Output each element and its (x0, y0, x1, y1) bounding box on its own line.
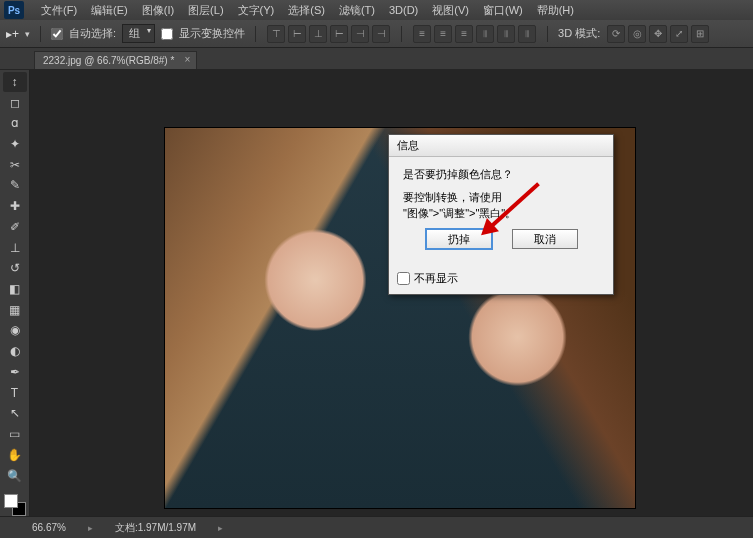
fg-color[interactable] (4, 494, 18, 508)
dropdown-icon[interactable]: ▾ (25, 29, 30, 39)
hand-tool[interactable]: ✋ (3, 445, 27, 465)
dialog-message-2: 要控制转换，请使用 (403, 190, 601, 205)
dont-show-checkbox[interactable] (397, 272, 410, 285)
dist-3-icon[interactable]: ≡ (455, 25, 473, 43)
dist-4-icon[interactable]: ⫴ (476, 25, 494, 43)
cancel-button[interactable]: 取消 (512, 229, 578, 249)
tab-title: 2232.jpg @ 66.7%(RGB/8#) * (43, 55, 174, 66)
mode3d-label: 3D 模式: (558, 26, 600, 41)
document-tabs: 2232.jpg @ 66.7%(RGB/8#) * × (0, 48, 753, 70)
menu-filter[interactable]: 滤镜(T) (332, 3, 382, 18)
menu-image[interactable]: 图像(I) (135, 3, 181, 18)
document-tab[interactable]: 2232.jpg @ 66.7%(RGB/8#) * × (34, 51, 197, 69)
dist-6-icon[interactable]: ⫴ (518, 25, 536, 43)
pen-tool[interactable]: ✒ (3, 362, 27, 382)
3d-2-icon[interactable]: ◎ (628, 25, 646, 43)
brush-tool[interactable]: ✐ (3, 217, 27, 237)
move-tool[interactable]: ↕ (3, 72, 27, 92)
doc-size: 文档:1.97M/1.97M (115, 521, 196, 535)
align-hcenter-icon[interactable]: ⊣ (351, 25, 369, 43)
dist-5-icon[interactable]: ⫴ (497, 25, 515, 43)
dialog-message-3: "图像">"调整">"黑白"。 (403, 206, 601, 221)
dodge-tool[interactable]: ◐ (3, 341, 27, 361)
menu-help[interactable]: 帮助(H) (530, 3, 581, 18)
options-bar: ▸+ ▾ 自动选择: 组 ▾ 显示变换控件 ⊤ ⊢ ⊥ ⊢ ⊣ ⊣ ≡ ≡ ≡ … (0, 20, 753, 48)
blur-tool[interactable]: ◉ (3, 321, 27, 341)
align-buttons: ⊤ ⊢ ⊥ ⊢ ⊣ ⊣ (266, 25, 391, 43)
distribute-buttons: ≡ ≡ ≡ ⫴ ⫴ ⫴ (412, 25, 537, 43)
app-logo: Ps (4, 1, 24, 19)
status-bar: 66.67% ▸ 文档:1.97M/1.97M ▸ (0, 516, 753, 538)
3d-5-icon[interactable]: ⊞ (691, 25, 709, 43)
zoom-tool[interactable]: 🔍 (3, 466, 27, 486)
dont-show-label: 不再显示 (414, 271, 458, 286)
zoom-level[interactable]: 66.67% (32, 522, 66, 533)
marquee-tool[interactable]: ◻ (3, 93, 27, 113)
gradient-tool[interactable]: ▦ (3, 300, 27, 320)
menu-file[interactable]: 文件(F) (34, 3, 84, 18)
align-left-icon[interactable]: ⊢ (330, 25, 348, 43)
path-tool[interactable]: ↖ (3, 404, 27, 424)
auto-select-checkbox[interactable] (51, 28, 63, 40)
align-right-icon[interactable]: ⊣ (372, 25, 390, 43)
close-icon[interactable]: × (185, 54, 191, 65)
ok-button[interactable]: 扔掉 (426, 229, 492, 249)
dist-2-icon[interactable]: ≡ (434, 25, 452, 43)
stamp-tool[interactable]: ⊥ (3, 238, 27, 258)
color-swatch[interactable] (4, 494, 26, 516)
mode3d-buttons: ⟳ ◎ ✥ ⤢ ⊞ (606, 25, 710, 43)
dialog-title: 信息 (389, 135, 613, 157)
3d-1-icon[interactable]: ⟳ (607, 25, 625, 43)
wand-tool[interactable]: ✦ (3, 134, 27, 154)
type-tool[interactable]: T (3, 383, 27, 403)
show-transform-label: 显示变换控件 (179, 26, 245, 41)
eyedropper-tool[interactable]: ✎ (3, 176, 27, 196)
auto-select-label: 自动选择: (69, 26, 116, 41)
show-transform-checkbox[interactable] (161, 28, 173, 40)
crop-tool[interactable]: ✂ (3, 155, 27, 175)
zoom-arrow-icon[interactable]: ▸ (88, 523, 93, 533)
menu-bar: Ps 文件(F) 编辑(E) 图像(I) 图层(L) 文字(Y) 选择(S) 滤… (0, 0, 753, 20)
info-dialog: 信息 是否要扔掉颜色信息？ 要控制转换，请使用 "图像">"调整">"黑白"。 … (388, 134, 614, 295)
heal-tool[interactable]: ✚ (3, 196, 27, 216)
align-vcenter-icon[interactable]: ⊢ (288, 25, 306, 43)
doc-arrow-icon[interactable]: ▸ (218, 523, 223, 533)
lasso-tool[interactable]: ɑ (3, 113, 27, 133)
menu-view[interactable]: 视图(V) (425, 3, 476, 18)
align-bottom-icon[interactable]: ⊥ (309, 25, 327, 43)
3d-3-icon[interactable]: ✥ (649, 25, 667, 43)
menu-select[interactable]: 选择(S) (281, 3, 332, 18)
dist-1-icon[interactable]: ≡ (413, 25, 431, 43)
tools-panel: ↕ ◻ ɑ ✦ ✂ ✎ ✚ ✐ ⊥ ↺ ◧ ▦ ◉ ◐ ✒ T ↖ ▭ ✋ 🔍 (0, 70, 30, 516)
menu-type[interactable]: 文字(Y) (231, 3, 282, 18)
3d-4-icon[interactable]: ⤢ (670, 25, 688, 43)
align-top-icon[interactable]: ⊤ (267, 25, 285, 43)
menu-layer[interactable]: 图层(L) (181, 3, 230, 18)
eraser-tool[interactable]: ◧ (3, 279, 27, 299)
menu-edit[interactable]: 编辑(E) (84, 3, 135, 18)
dialog-message-1: 是否要扔掉颜色信息？ (403, 167, 601, 182)
menu-3d[interactable]: 3D(D) (382, 4, 425, 16)
shape-tool[interactable]: ▭ (3, 424, 27, 444)
move-tool-icon: ▸+ (6, 27, 19, 41)
menu-window[interactable]: 窗口(W) (476, 3, 530, 18)
history-brush-tool[interactable]: ↺ (3, 258, 27, 278)
auto-select-dropdown[interactable]: 组 ▾ (122, 24, 155, 43)
